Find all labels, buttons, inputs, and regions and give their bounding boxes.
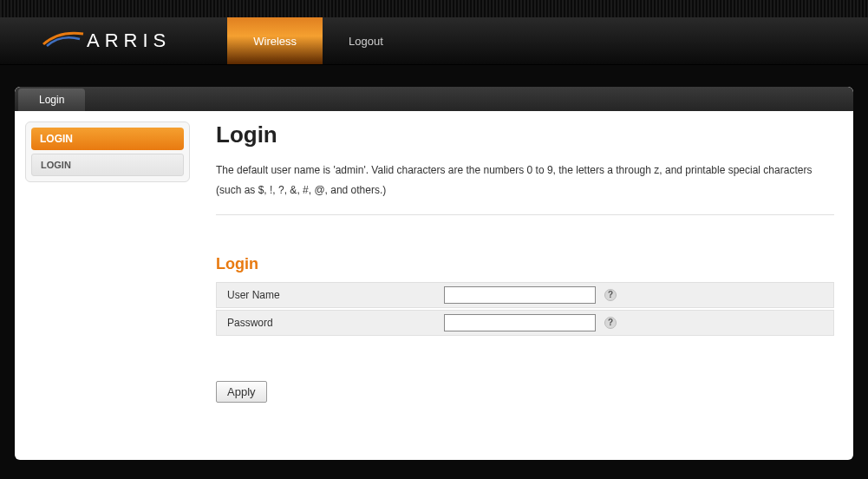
main-content: Login The default user name is 'admin'. …: [216, 121, 843, 403]
window-top-strip: [0, 0, 868, 17]
arris-swoosh-icon: [42, 29, 85, 48]
sidebar-item-login[interactable]: LOGIN: [31, 154, 184, 176]
section-title-login: Login: [216, 255, 834, 273]
brand-logo: ARRIS: [42, 30, 171, 52]
nav-logout[interactable]: Logout: [323, 17, 409, 64]
intro-text: The default user name is 'admin'. Valid …: [216, 161, 834, 215]
top-nav: Wireless Logout: [227, 17, 409, 64]
sidebar-box: LOGIN LOGIN: [25, 121, 190, 182]
sidebar-heading: LOGIN: [31, 128, 184, 150]
row-username: User Name ?: [216, 282, 834, 308]
header-bar: ARRIS Wireless Logout: [0, 17, 868, 65]
label-username: User Name: [227, 289, 444, 301]
tab-login[interactable]: Login: [18, 89, 85, 111]
input-password[interactable]: [444, 314, 596, 331]
nav-wireless[interactable]: Wireless: [227, 17, 323, 64]
help-icon[interactable]: ?: [604, 289, 617, 301]
label-password: Password: [227, 317, 444, 329]
page-title: Login: [216, 121, 834, 148]
main-panel: Login LOGIN LOGIN Login The default user…: [15, 87, 853, 460]
help-icon[interactable]: ?: [604, 317, 617, 329]
tab-strip: Login: [15, 87, 853, 111]
sidebar: LOGIN LOGIN: [25, 121, 190, 403]
brand-text: ARRIS: [87, 30, 171, 52]
apply-button[interactable]: Apply: [216, 381, 267, 403]
content-area: LOGIN LOGIN Login The default user name …: [15, 111, 853, 413]
input-username[interactable]: [444, 286, 596, 304]
row-password: Password ?: [216, 310, 834, 336]
